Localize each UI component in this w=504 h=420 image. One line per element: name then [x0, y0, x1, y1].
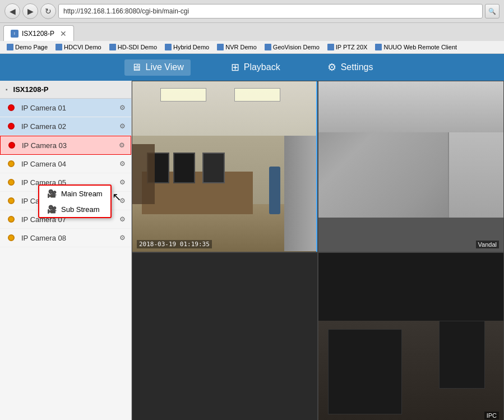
status-dot-5 [8, 179, 15, 186]
bookmark-label: Demo Page [15, 44, 48, 50]
vandal-label: Vandal [476, 241, 499, 248]
tab-favicon: i [11, 30, 19, 38]
camera-settings-1[interactable]: ⚙ [119, 104, 126, 112]
ipc-label: IPC [484, 412, 499, 419]
water-cooler [269, 167, 280, 214]
camera-settings-2[interactable]: ⚙ [119, 122, 126, 130]
video-cell-main[interactable]: 2018-03-19 01:19:35 [132, 81, 318, 252]
refresh-button[interactable]: ↻ [40, 3, 56, 19]
context-menu: 🎥 Main Stream 🎥 Sub Stream [38, 184, 112, 218]
camera-label-3: IP Camera 03 [22, 141, 119, 150]
tab-close-button[interactable]: ✕ [60, 29, 67, 38]
bookmark-icon [327, 44, 334, 50]
bookmark-hdsdi[interactable]: HD-SDI Demo [106, 43, 160, 52]
camera-settings-4[interactable]: ⚙ [119, 160, 126, 168]
nav-live-view[interactable]: 🖥 Live View [124, 59, 191, 76]
status-dot-8 [8, 234, 15, 241]
bookmark-label: GeoVision Demo [273, 44, 320, 50]
monitor-3 [202, 153, 225, 183]
camera-label-8: IP Camera 08 [21, 234, 119, 242]
bookmark-label: HD-SDI Demo [118, 44, 157, 50]
ipc-device [439, 321, 485, 389]
bookmark-ipptz[interactable]: IP PTZ 20X [324, 43, 371, 52]
substream-icon: 🎥 [47, 205, 57, 214]
monitor-2 [173, 153, 196, 183]
camera-item-1[interactable]: IP Camera 01 ⚙ [0, 99, 131, 117]
bookmark-hybrid[interactable]: Hybrid Demo [161, 43, 212, 52]
sub-stream-label: Sub Stream [61, 205, 100, 214]
bookmark-icon [217, 44, 224, 50]
cabinet-right [284, 136, 317, 251]
playback-label: Playback [244, 62, 280, 72]
context-menu-sub-stream[interactable]: 🎥 Sub Stream [39, 201, 110, 217]
back-button[interactable]: ◀ [4, 3, 20, 19]
url-text: http://192.168.1.166:8080/cgi-bin/main-c… [63, 7, 189, 15]
monitor-icon: 🖥 [131, 62, 141, 73]
bookmark-label: IP PTZ 20X [336, 44, 368, 50]
camera-icon-2 [6, 121, 17, 132]
camera-icon-6 [6, 195, 17, 206]
bookmark-hdcvi[interactable]: HDCVI Demo [52, 43, 105, 52]
nav-settings[interactable]: ⚙ Settings [321, 59, 380, 76]
bookmark-icon [56, 44, 62, 50]
camera-settings-5[interactable]: ⚙ [119, 178, 126, 186]
camera-settings-7[interactable]: ⚙ [119, 215, 126, 223]
camera-item-4[interactable]: IP Camera 04 ⚙ [0, 155, 131, 173]
camera-icon-3 [6, 140, 17, 151]
camera-item-8[interactable]: IP Camera 08 ⚙ [0, 229, 131, 247]
bookmark-geovision[interactable]: GeoVision Demo [261, 43, 323, 52]
bookmark-label: Hybrid Demo [173, 44, 209, 50]
camera-icon-8 [6, 232, 17, 243]
stream-icon: 🎥 [47, 189, 57, 198]
video-cell-bottom-right[interactable]: IPC [318, 252, 504, 421]
app-container: 🖥 Live View ⊞ Playback ⚙ Settings ▪ ISX1… [0, 54, 504, 420]
live-view-label: Live View [146, 62, 184, 72]
bookmark-icon [265, 44, 271, 50]
camera-label-4: IP Camera 04 [21, 160, 119, 168]
camera-settings-8[interactable]: ⚙ [119, 234, 126, 242]
status-dot-1 [8, 104, 15, 111]
forward-button[interactable]: ▶ [22, 3, 38, 19]
camera-icon-1 [6, 102, 17, 113]
bookmark-nuuo[interactable]: NUUO Web Remote Client [372, 43, 460, 52]
bookmark-icon [375, 44, 382, 50]
status-dot-7 [8, 216, 15, 223]
bookmark-label: HDCVI Demo [64, 44, 101, 50]
status-dot-2 [8, 123, 15, 130]
browser-toolbar: ◀ ▶ ↻ http://192.168.1.166:8080/cgi-bin/… [0, 0, 504, 23]
sidebar-title: ISX1208-P [13, 85, 49, 94]
bookmark-demo-page[interactable]: Demo Page [3, 43, 51, 52]
grid-icon: ⊞ [231, 61, 239, 73]
bookmark-icon [7, 44, 13, 50]
vertical-divider [316, 81, 317, 252]
context-menu-main-stream[interactable]: 🎥 Main Stream [39, 186, 110, 201]
ipc-cam-scene: IPC [318, 253, 503, 421]
main-stream-label: Main Stream [61, 190, 103, 198]
camera-settings-3[interactable]: ⚙ [119, 141, 125, 149]
browser-tab[interactable]: i ISX1208-P ✕ [3, 25, 74, 41]
browser-chrome: ◀ ▶ ↻ http://192.168.1.166:8080/cgi-bin/… [0, 0, 504, 54]
settings-label: Settings [341, 62, 373, 72]
camera-item-3[interactable]: IP Camera 03 ⚙ [0, 136, 131, 155]
bookmark-icon [109, 44, 116, 50]
search-button[interactable]: 🔍 [485, 4, 500, 19]
person-silhouette [132, 144, 155, 204]
status-dot-6 [8, 197, 15, 204]
camera-icon-5 [6, 177, 17, 188]
status-dot-4 [8, 160, 15, 167]
bookmark-nvr[interactable]: NVR Demo [214, 43, 260, 52]
video-cell-top-right[interactable]: Vandal [318, 81, 504, 252]
office-scene: 2018-03-19 01:19:35 [132, 81, 317, 252]
ceiling-light-2 [234, 88, 281, 101]
address-bar[interactable]: http://192.168.1.166:8080/cgi-bin/main-c… [58, 4, 483, 19]
bookmark-icon [165, 44, 172, 50]
bookmark-label: NUUO Web Remote Client [383, 44, 457, 50]
camera-settings-6[interactable]: ⚙ [119, 197, 126, 205]
nav-playback[interactable]: ⊞ Playback [224, 59, 287, 76]
video-cell-bottom-left[interactable] [132, 252, 318, 421]
camera-label-1: IP Camera 01 [21, 104, 119, 112]
camera-item-2[interactable]: IP Camera 02 ⚙ [0, 117, 131, 136]
collapse-icon[interactable]: ▪ [6, 86, 8, 93]
tab-bar: i ISX1208-P ✕ [0, 23, 504, 41]
status-dot-3 [8, 142, 15, 149]
